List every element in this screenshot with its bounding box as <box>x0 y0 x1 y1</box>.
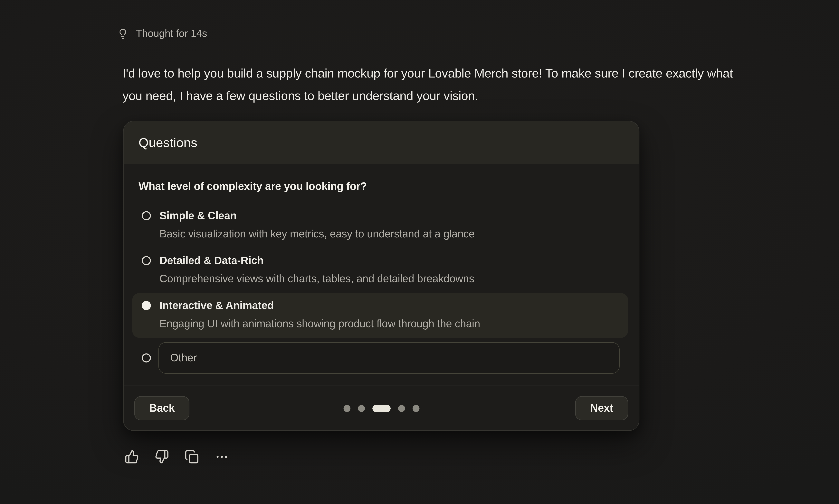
thumbs-up-icon <box>125 450 139 464</box>
pagination-dot <box>398 405 405 412</box>
more-options-icon <box>214 450 229 464</box>
assistant-message-text: I'd love to help you build a supply chai… <box>123 62 754 107</box>
message-actions-toolbar <box>125 450 229 464</box>
options-list: Simple & Clean Basic visualization with … <box>132 203 628 378</box>
pagination-dot-active <box>372 405 390 412</box>
pagination-dot <box>343 405 350 412</box>
questions-card-header: Questions <box>124 121 639 164</box>
pagination-dot <box>358 405 365 412</box>
copy-button[interactable] <box>185 450 199 464</box>
questions-card-title: Questions <box>139 135 197 150</box>
option-description: Comprehensive views with charts, tables,… <box>159 272 474 286</box>
pagination-dot <box>412 405 419 412</box>
option-interactive-animated[interactable]: Interactive & Animated Engaging UI with … <box>132 293 628 338</box>
thumbs-up-button[interactable] <box>125 450 139 464</box>
radio-icon[interactable] <box>142 256 151 265</box>
other-option-input[interactable] <box>158 342 620 374</box>
next-button[interactable]: Next <box>575 396 628 420</box>
option-description: Basic visualization with key metrics, ea… <box>159 227 475 241</box>
radio-icon[interactable] <box>142 301 151 310</box>
back-button[interactable]: Back <box>134 396 190 420</box>
more-options-button[interactable] <box>214 450 229 464</box>
option-other[interactable] <box>132 338 628 378</box>
radio-icon[interactable] <box>142 354 151 362</box>
lightbulb-icon <box>117 28 128 39</box>
copy-icon <box>185 450 199 464</box>
option-description: Engaging UI with animations showing prod… <box>159 317 480 331</box>
radio-icon[interactable] <box>142 211 151 220</box>
question-text: What level of complexity are you looking… <box>139 180 624 193</box>
option-detailed-data-rich[interactable]: Detailed & Data-Rich Comprehensive views… <box>132 248 628 293</box>
chat-message-area: Thought for 14s I'd love to help you bui… <box>0 0 839 504</box>
thought-duration-row[interactable]: Thought for 14s <box>117 28 207 39</box>
thought-duration-label: Thought for 14s <box>136 28 207 39</box>
option-label: Detailed & Data-Rich <box>159 253 474 268</box>
questions-card: Questions What level of complexity are y… <box>123 121 640 431</box>
option-label: Simple & Clean <box>159 209 475 223</box>
questions-card-body: What level of complexity are you looking… <box>124 180 639 378</box>
thumbs-down-icon <box>155 450 169 464</box>
option-label: Interactive & Animated <box>159 298 480 313</box>
option-simple-clean[interactable]: Simple & Clean Basic visualization with … <box>132 203 628 248</box>
thumbs-down-button[interactable] <box>155 450 169 464</box>
questions-card-footer: Back Next <box>124 385 639 430</box>
pagination-dots <box>343 405 419 412</box>
